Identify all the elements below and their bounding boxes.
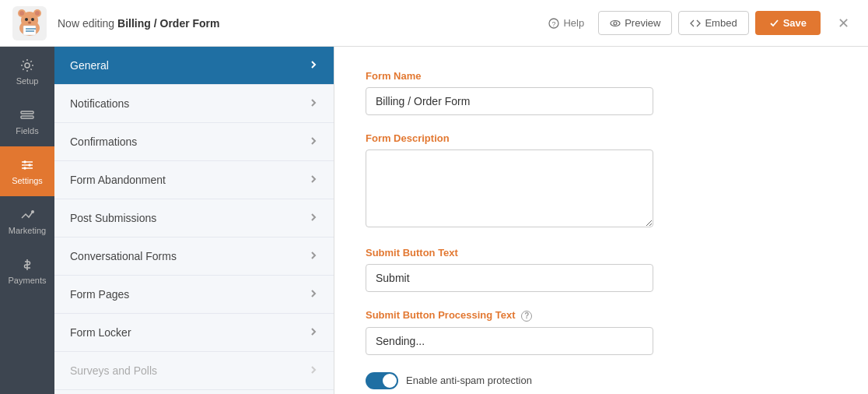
help-button[interactable]: ? Help <box>541 12 592 33</box>
eye-icon <box>610 18 621 29</box>
nav-setup-label: Setup <box>16 76 39 86</box>
sidebar-item-conversational-forms[interactable]: Conversational Forms <box>54 237 334 276</box>
code-icon <box>690 18 701 29</box>
svg-rect-19 <box>21 116 33 118</box>
fields-icon <box>19 107 35 123</box>
submit-button-text-input[interactable] <box>366 264 653 292</box>
sidebar-item-form-pages[interactable]: Form Pages <box>54 276 334 314</box>
topbar: Now editing Billing / Order Form ? Help … <box>0 0 868 47</box>
sidebar-item-notifications[interactable]: Notifications <box>54 85 334 123</box>
svg-point-7 <box>25 18 28 21</box>
toggle-track <box>366 372 398 389</box>
nav-item-marketing[interactable]: Marketing <box>0 196 54 246</box>
submit-processing-label: Submit Button Processing Text ? <box>366 309 837 322</box>
svg-rect-18 <box>21 111 33 114</box>
nav-item-payments[interactable]: Payments <box>0 246 54 296</box>
sidebar-item-surveys-polls: Surveys and Polls <box>54 352 334 390</box>
sidebar-item-webhooks: Webhooks <box>54 390 334 394</box>
settings-icon <box>19 157 35 173</box>
svg-rect-10 <box>23 26 36 35</box>
checkmark-icon <box>769 18 779 28</box>
sidebar: General Notifications Confirmations Form… <box>54 47 334 394</box>
antispam-label: Enable anti-spam protection <box>406 375 532 386</box>
chevron-right-icon <box>309 326 318 339</box>
sidebar-item-label: Post Submissions <box>70 212 156 224</box>
marketing-icon <box>19 207 35 223</box>
sidebar-item-general[interactable]: General <box>54 47 334 85</box>
nav-item-settings[interactable]: Settings <box>0 146 54 196</box>
payments-icon <box>19 257 35 273</box>
sidebar-item-confirmations[interactable]: Confirmations <box>54 123 334 161</box>
form-name-label: Form Name <box>366 70 837 82</box>
sidebar-item-label: Confirmations <box>70 135 137 148</box>
sidebar-item-label: Conversational Forms <box>70 250 177 262</box>
chevron-right-icon <box>309 174 318 186</box>
nav-settings-label: Settings <box>12 176 43 185</box>
embed-button[interactable]: Embed <box>678 11 748 35</box>
submit-processing-group: Submit Button Processing Text ? <box>366 309 837 355</box>
chevron-right-icon <box>309 97 318 110</box>
svg-text:?: ? <box>552 20 556 28</box>
form-title: Billing / Order Form <box>117 17 219 30</box>
chevron-right-icon <box>309 250 318 262</box>
editing-label: Now editing Billing / Order Form <box>58 17 220 30</box>
svg-point-8 <box>31 18 34 21</box>
sidebar-item-label: Surveys and Polls <box>70 364 157 377</box>
svg-point-23 <box>23 160 26 164</box>
main-layout: Setup Fields Settings <box>0 47 868 394</box>
nav-fields-label: Fields <box>16 126 38 135</box>
topbar-actions: ? Help Preview Embed Save ✕ <box>541 11 856 35</box>
svg-point-5 <box>19 11 24 16</box>
nav-payments-label: Payments <box>9 276 47 285</box>
submit-processing-input[interactable] <box>366 327 653 355</box>
chevron-right-icon <box>309 212 318 224</box>
form-description-textarea[interactable] <box>366 150 653 227</box>
sidebar-item-post-submissions[interactable]: Post Submissions <box>54 199 334 237</box>
chevron-right-icon <box>309 135 318 148</box>
close-button[interactable]: ✕ <box>831 12 856 35</box>
help-tooltip-icon[interactable]: ? <box>521 311 532 322</box>
sidebar-item-form-locker[interactable]: Form Locker <box>54 314 334 352</box>
save-button[interactable]: Save <box>755 11 821 35</box>
form-name-input[interactable] <box>366 87 653 115</box>
chevron-right-icon <box>309 364 318 377</box>
sidebar-item-label: Form Locker <box>70 326 131 339</box>
nav-marketing-label: Marketing <box>9 226 46 235</box>
submit-button-text-label: Submit Button Text <box>366 247 837 259</box>
submit-button-text-group: Submit Button Text <box>366 247 837 292</box>
svg-point-26 <box>31 210 34 213</box>
svg-point-9 <box>28 21 31 23</box>
form-description-label: Form Description <box>366 132 837 144</box>
preview-button[interactable]: Preview <box>598 11 672 35</box>
chevron-right-icon <box>309 288 318 301</box>
logo <box>12 6 47 40</box>
form-name-group: Form Name <box>366 70 837 115</box>
toggle-knob <box>383 374 397 388</box>
svg-point-25 <box>23 167 26 170</box>
icon-nav: Setup Fields Settings <box>0 47 54 394</box>
sidebar-item-label: General <box>70 59 109 72</box>
sidebar-item-form-abandonment[interactable]: Form Abandonment <box>54 161 334 199</box>
chevron-right-icon <box>309 59 318 72</box>
sidebar-item-label: Form Pages <box>70 288 129 301</box>
svg-point-6 <box>35 11 40 16</box>
svg-point-17 <box>25 63 30 68</box>
form-description-group: Form Description <box>366 132 837 230</box>
nav-item-fields[interactable]: Fields <box>0 97 54 146</box>
svg-point-24 <box>28 164 31 167</box>
antispam-toggle[interactable] <box>366 372 398 389</box>
content-area: Form Name Form Description Submit Button… <box>334 47 868 394</box>
nav-item-setup[interactable]: Setup <box>0 47 54 97</box>
help-icon: ? <box>548 18 559 29</box>
sidebar-item-label: Form Abandonment <box>70 174 166 186</box>
svg-point-16 <box>614 22 617 25</box>
sidebar-item-label: Notifications <box>70 97 129 110</box>
antispam-toggle-row: Enable anti-spam protection <box>366 372 837 389</box>
setup-icon <box>19 58 35 73</box>
